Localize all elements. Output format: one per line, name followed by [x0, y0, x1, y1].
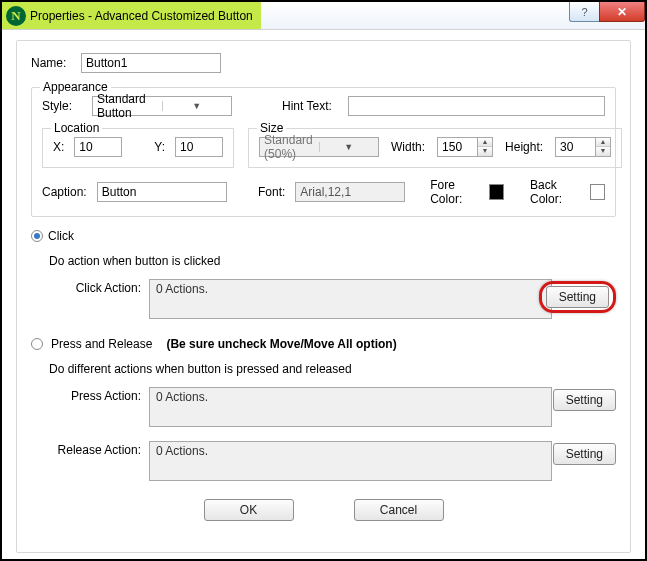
name-row: Name: — [31, 53, 616, 73]
click-action-label: Click Action: — [49, 279, 149, 295]
click-note: Do action when button is clicked — [49, 254, 616, 268]
click-radio[interactable] — [31, 230, 43, 242]
properties-dialog: N Properties - Advanced Customized Butto… — [0, 0, 647, 561]
press-action-label: Press Action: — [49, 387, 149, 403]
caption-input[interactable] — [97, 182, 227, 202]
click-setting-button[interactable]: Setting — [546, 286, 609, 308]
chevron-down-icon: ▼ — [319, 142, 379, 152]
width-spinner[interactable]: ▲▼ — [437, 137, 493, 157]
hint-label: Hint Text: — [282, 99, 332, 113]
location-group: Location X: Y: — [42, 128, 234, 168]
press-action-row: Press Action: 0 Actions. Setting — [49, 387, 616, 427]
ok-button[interactable]: OK — [204, 499, 294, 521]
press-action-display: 0 Actions. — [149, 387, 552, 427]
width-input[interactable] — [437, 137, 477, 157]
location-legend: Location — [51, 121, 102, 135]
backcolor-swatch[interactable] — [590, 184, 605, 200]
spinner-down-icon[interactable]: ▼ — [478, 147, 492, 156]
spinner-down-icon[interactable]: ▼ — [596, 147, 610, 156]
backcolor-label: Back Color: — [530, 178, 580, 206]
setting-highlight: Setting — [539, 281, 616, 313]
forecolor-label: Fore Color: — [430, 178, 478, 206]
spinner-up-icon[interactable]: ▲ — [596, 138, 610, 147]
click-action-row: Click Action: 0 Actions. Setting — [49, 279, 616, 319]
size-group: Size Standard (50%) ▼ Width: ▲▼ H — [248, 128, 622, 168]
caption-label: Caption: — [42, 185, 87, 199]
window-title: Properties - Advanced Customized Button — [30, 9, 253, 23]
width-label: Width: — [391, 140, 425, 154]
press-note: Do different actions when button is pres… — [49, 362, 616, 376]
press-setting-button[interactable]: Setting — [553, 389, 616, 411]
press-bold-note: (Be sure uncheck Move/Move All option) — [166, 337, 396, 351]
forecolor-swatch[interactable] — [489, 184, 504, 200]
press-radio-row[interactable]: Press and Release (Be sure uncheck Move/… — [31, 337, 616, 351]
size-preset-combo: Standard (50%) ▼ — [259, 137, 379, 157]
style-label: Style: — [42, 99, 76, 113]
x-label: X: — [53, 140, 64, 154]
name-label: Name: — [31, 56, 75, 70]
y-label: Y: — [154, 140, 165, 154]
appearance-legend: Appearance — [40, 80, 111, 94]
close-button[interactable]: ✕ — [599, 2, 645, 22]
cancel-button[interactable]: Cancel — [354, 499, 444, 521]
size-preset-value: Standard (50%) — [260, 133, 319, 161]
spinner-up-icon[interactable]: ▲ — [478, 138, 492, 147]
release-action-label: Release Action: — [49, 441, 149, 457]
name-input[interactable] — [81, 53, 221, 73]
height-spinner[interactable]: ▲▼ — [555, 137, 611, 157]
dialog-buttons: OK Cancel — [31, 489, 616, 525]
font-display[interactable] — [295, 182, 405, 202]
release-action-display: 0 Actions. — [149, 441, 552, 481]
press-radio[interactable] — [31, 338, 43, 350]
appearance-group: Appearance Style: Standard Button ▼ Hint… — [31, 87, 616, 217]
chevron-down-icon: ▼ — [162, 101, 232, 111]
size-legend: Size — [257, 121, 286, 135]
press-radio-label: Press and Release — [51, 337, 152, 351]
style-value: Standard Button — [93, 92, 162, 120]
app-icon: N — [6, 6, 26, 26]
window-buttons: ? ✕ — [569, 2, 645, 29]
font-label: Font: — [258, 185, 285, 199]
click-radio-row[interactable]: Click — [31, 229, 616, 243]
style-combo[interactable]: Standard Button ▼ — [92, 96, 232, 116]
height-label: Height: — [505, 140, 543, 154]
release-action-row: Release Action: 0 Actions. Setting — [49, 441, 616, 481]
title-highlight: N Properties - Advanced Customized Butto… — [2, 2, 261, 29]
y-input[interactable] — [175, 137, 223, 157]
titlebar: N Properties - Advanced Customized Butto… — [2, 2, 645, 30]
x-input[interactable] — [74, 137, 122, 157]
help-button[interactable]: ? — [569, 2, 599, 22]
click-action-display: 0 Actions. — [149, 279, 552, 319]
hint-input[interactable] — [348, 96, 605, 116]
height-input[interactable] — [555, 137, 595, 157]
main-panel: Name: Appearance Style: Standard Button … — [16, 40, 631, 553]
release-setting-button[interactable]: Setting — [553, 443, 616, 465]
click-radio-label: Click — [48, 229, 74, 243]
